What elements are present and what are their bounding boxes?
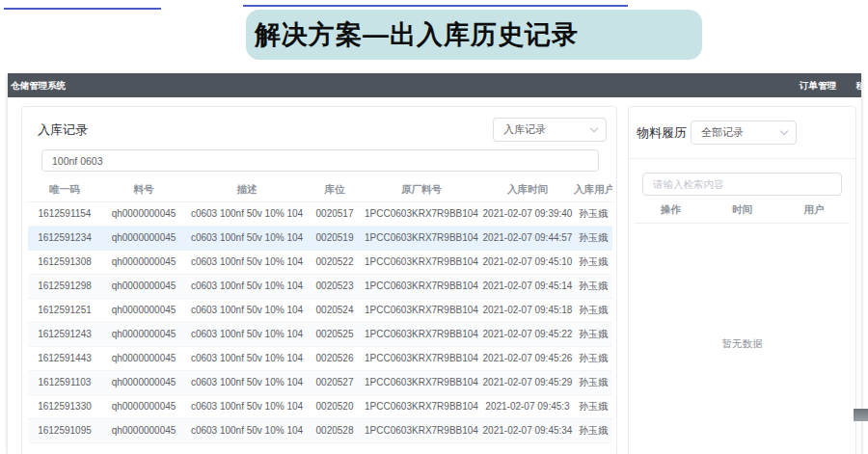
table-cell: 孙玉娥 xyxy=(574,370,612,394)
table-cell: 1PCC0603KRX7R9BB104 xyxy=(362,274,481,298)
table-cell: 1PCC0603KRX7R9BB104 xyxy=(362,394,481,418)
table-row[interactable]: 1612591234qh0000000045c0603 100nf 50v 10… xyxy=(28,226,612,250)
table-cell: 0020527 xyxy=(308,370,362,394)
table-cell: 1PCC0603KRX7R9BB104 xyxy=(362,370,481,394)
table-cell: 2021-02-07 09:45:10 xyxy=(481,250,574,274)
inbound-panel-title: 入库记录 xyxy=(38,121,88,139)
table-row[interactable]: 1612591330qh0000000045c0603 100nf 50v 10… xyxy=(28,394,612,418)
table-row[interactable]: 1612591095qh0000000045c0603 100nf 50v 10… xyxy=(28,418,612,442)
table-cell: 2021-02-07 09:45:14 xyxy=(481,274,574,298)
table-cell: 1612591234 xyxy=(28,226,101,250)
table-cell: 1612591095 xyxy=(28,418,101,442)
record-scope-select[interactable]: 全部记录 xyxy=(691,120,797,145)
table-row[interactable]: 1612591103qh0000000045c0603 100nf 50v 10… xyxy=(28,370,612,394)
column-header: 原厂料号 xyxy=(362,178,481,201)
table-cell: qh0000000045 xyxy=(101,201,186,226)
table-row[interactable]: 1612591443qh0000000045c0603 100nf 50v 10… xyxy=(28,346,612,370)
table-cell: 1PCC0603KRX7R9BB104 xyxy=(362,226,481,250)
decorative-line-left xyxy=(4,8,161,10)
record-scope-select-value: 全部记录 xyxy=(701,125,744,140)
material-history-table: 操作时间用户 xyxy=(635,198,850,224)
table-cell: 2021-02-07 09:45:3 xyxy=(481,394,574,418)
table-cell: c0603 100nf 50v 10% 104 xyxy=(186,418,308,442)
table-cell: c0603 100nf 50v 10% 104 xyxy=(186,298,308,322)
table-cell: qh0000000045 xyxy=(101,394,186,418)
inbound-search-input[interactable] xyxy=(41,149,599,172)
left-table-body: 1612591154qh0000000045c0603 100nf 50v 10… xyxy=(28,201,612,442)
table-cell: 0020520 xyxy=(308,394,362,418)
table-cell: 孙玉娥 xyxy=(574,250,612,274)
table-cell: c0603 100nf 50v 10% 104 xyxy=(186,370,308,394)
table-cell: qh0000000045 xyxy=(101,322,186,346)
table-cell: c0603 100nf 50v 10% 104 xyxy=(186,201,308,226)
table-cell: 0020524 xyxy=(308,298,362,322)
material-history-header: 物料履历 全部记录 xyxy=(629,107,855,159)
nav-item-partial[interactable]: 移 xyxy=(856,80,862,93)
table-cell: 2021-02-07 09:45:18 xyxy=(481,298,574,322)
table-cell: 孙玉娥 xyxy=(574,418,612,442)
table-cell: 1612591243 xyxy=(28,322,101,346)
column-header: 描述 xyxy=(186,178,308,201)
table-cell: 2021-02-07 09:45:26 xyxy=(481,346,574,370)
table-cell: 孙玉娥 xyxy=(574,201,612,226)
table-cell: 1PCC0603KRX7R9BB104 xyxy=(362,418,481,442)
record-type-select[interactable]: 入库记录 xyxy=(493,118,607,142)
table-cell: 孙玉娥 xyxy=(574,298,612,322)
table-cell: qh0000000045 xyxy=(101,250,186,274)
column-header: 操作 xyxy=(635,198,706,223)
table-cell: c0603 100nf 50v 10% 104 xyxy=(186,394,308,418)
table-cell: 2021-02-07 09:45:34 xyxy=(481,418,574,442)
table-cell: qh0000000045 xyxy=(101,226,186,250)
table-row[interactable]: 1612591154qh0000000045c0603 100nf 50v 10… xyxy=(28,201,612,226)
table-cell: 1PCC0603KRX7R9BB104 xyxy=(362,250,481,274)
table-cell: 孙玉娥 xyxy=(574,274,612,298)
nav-item-order-management[interactable]: 订单管理 xyxy=(800,80,836,93)
slide-title: 解决方案—出入库历史记录 xyxy=(255,17,579,52)
column-header: 入库时间 xyxy=(481,178,574,201)
table-cell: 1612591443 xyxy=(28,346,101,370)
table-cell: 孙玉娥 xyxy=(574,322,612,346)
table-cell: qh0000000045 xyxy=(101,346,186,370)
table-cell: 1612591298 xyxy=(28,274,101,298)
table-cell: c0603 100nf 50v 10% 104 xyxy=(186,346,308,370)
material-history-panel: 物料履历 全部记录 操作时间用户 暂无数据 xyxy=(628,106,856,454)
table-cell: 孙玉娥 xyxy=(574,394,612,418)
left-table-header-row: 唯一码料号描述库位原厂料号入库时间入库用户 xyxy=(28,178,612,201)
table-cell: c0603 100nf 50v 10% 104 xyxy=(186,226,308,250)
table-cell: 0020523 xyxy=(308,274,362,298)
column-header: 入库用户 xyxy=(574,178,612,201)
material-history-title: 物料履历 xyxy=(637,124,687,142)
slide-title-banner: 解决方案—出入库历史记录 xyxy=(246,10,702,60)
table-cell: 孙玉娥 xyxy=(574,346,612,370)
table-row[interactable]: 1612591298qh0000000045c0603 100nf 50v 10… xyxy=(28,274,612,298)
inbound-records-panel: 入库记录 入库记录 唯一码料号描述库位原厂料号入库时间入库用户 16125911… xyxy=(21,106,617,454)
column-header: 唯一码 xyxy=(28,178,101,201)
table-cell: 1612591330 xyxy=(28,394,101,418)
table-cell: qh0000000045 xyxy=(101,274,186,298)
table-cell: c0603 100nf 50v 10% 104 xyxy=(186,250,308,274)
table-row[interactable]: 1612591251qh0000000045c0603 100nf 50v 10… xyxy=(28,298,612,322)
table-cell: qh0000000045 xyxy=(101,370,186,394)
table-cell: 1PCC0603KRX7R9BB104 xyxy=(362,298,481,322)
table-row[interactable]: 1612591243qh0000000045c0603 100nf 50v 10… xyxy=(28,322,612,346)
table-cell: 1PCC0603KRX7R9BB104 xyxy=(362,346,481,370)
inbound-panel-header: 入库记录 入库记录 xyxy=(22,107,616,148)
table-cell: 1PCC0603KRX7R9BB104 xyxy=(362,322,481,346)
table-cell: 1PCC0603KRX7R9BB104 xyxy=(362,201,481,226)
table-cell: c0603 100nf 50v 10% 104 xyxy=(186,322,308,346)
table-cell: 0020522 xyxy=(308,250,362,274)
table-cell: c0603 100nf 50v 10% 104 xyxy=(186,274,308,298)
empty-state-text: 暂无数据 xyxy=(629,337,855,351)
column-header: 时间 xyxy=(706,198,777,223)
history-search-input[interactable] xyxy=(642,173,842,196)
column-header: 料号 xyxy=(101,178,186,201)
table-cell: qh0000000045 xyxy=(101,298,186,322)
appbar: 仓储管理系统 订单管理 移 xyxy=(8,73,861,97)
scroll-thumb[interactable] xyxy=(854,409,868,421)
table-cell: 0020528 xyxy=(308,418,362,442)
decorative-line-right xyxy=(243,5,628,7)
chevron-down-icon xyxy=(590,124,598,132)
table-row[interactable]: 1612591308qh0000000045c0603 100nf 50v 10… xyxy=(28,250,612,274)
app-window: 仓储管理系统 订单管理 移 入库记录 入库记录 唯一码料号描述库位原厂料号入库时… xyxy=(8,73,861,454)
table-cell: 2021-02-07 09:45:29 xyxy=(481,370,574,394)
